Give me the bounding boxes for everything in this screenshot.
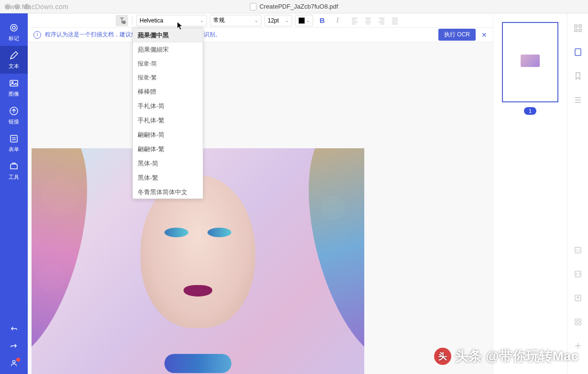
font-option[interactable]: 手札体-简	[133, 99, 203, 113]
document-title: CreatePDF_JaZcb7fuO8.pdf	[250, 3, 338, 11]
font-family-select[interactable]: Helvetica ⌄	[136, 15, 207, 26]
text-toolbar: Helvetica ⌄ 常规 ⌄ 12pt ⌄ ⌄ B I	[28, 13, 493, 28]
font-option[interactable]: 翩翩体-简	[133, 128, 203, 142]
svg-rect-8	[575, 25, 577, 27]
redo-icon[interactable]	[10, 341, 18, 350]
svg-text:1:1: 1:1	[576, 249, 580, 252]
sidebar-item-form[interactable]: 表单	[0, 129, 28, 157]
channel-watermark: 头 头条 @带你玩转Mac	[434, 347, 578, 365]
color-swatch-icon	[298, 17, 305, 24]
sidebar-label: 文本	[9, 63, 19, 70]
font-option[interactable]: 蘋果儷中黑	[133, 28, 203, 43]
align-justify-button[interactable]	[389, 15, 401, 26]
right-rail: 1:1	[567, 13, 588, 374]
fit-width-button[interactable]: 1:1	[573, 245, 583, 255]
avatar-icon: 头	[434, 348, 451, 365]
svg-point-1	[12, 26, 15, 29]
page-number-badge: 1	[524, 107, 536, 115]
italic-button[interactable]: I	[331, 15, 344, 26]
sidebar-label: 链接	[9, 118, 19, 125]
sidebar-label: 工具	[9, 174, 19, 181]
export-button[interactable]	[573, 293, 583, 303]
filename-label: CreatePDF_JaZcb7fuO8.pdf	[260, 3, 338, 10]
font-style-select[interactable]: 常规 ⌄	[210, 15, 261, 26]
svg-rect-10	[575, 29, 577, 32]
site-watermark: www.MacDown.com	[5, 3, 69, 11]
watermark-handle: @带你玩转Mac	[486, 347, 578, 365]
thumbnail-panel: 1	[493, 13, 567, 374]
svg-rect-12	[575, 49, 581, 55]
file-icon	[250, 3, 257, 11]
toolbox-icon	[9, 161, 19, 172]
font-option[interactable]: 黑体-繁	[133, 171, 203, 185]
sidebar-item-tools[interactable]: 工具	[0, 157, 28, 185]
sidebar-label: 图像	[9, 90, 19, 98]
send-icon	[9, 106, 19, 116]
image-icon	[9, 78, 19, 88]
undo-icon[interactable]	[10, 324, 18, 333]
user-icon[interactable]	[10, 359, 18, 367]
document-canvas[interactable]	[28, 42, 493, 374]
svg-point-3	[12, 81, 13, 83]
sidebar-item-image[interactable]: 图像	[0, 74, 28, 101]
font-dropdown-menu[interactable]: 蘋果儷中黑 蘋果儷細宋 报隶-简 报隶-繁 棒棒體 手札体-简 手札体-繁 翩翩…	[132, 28, 203, 199]
sidebar-label: 标记	[9, 35, 19, 42]
info-icon: i	[33, 31, 41, 39]
font-option[interactable]: 报隶-繁	[133, 71, 203, 85]
grid-view-button[interactable]	[573, 23, 583, 33]
run-ocr-button[interactable]: 执行 OCR	[438, 29, 476, 41]
font-option[interactable]: 蘋果儷細宋	[133, 43, 203, 57]
font-option[interactable]: 手札体-繁	[133, 113, 203, 128]
font-option[interactable]: 报隶-简	[133, 57, 203, 71]
align-right-button[interactable]	[375, 15, 388, 26]
title-bar: www.MacDown.com CreatePDF_JaZcb7fuO8.pdf	[0, 0, 588, 13]
search-page-button[interactable]	[573, 317, 583, 327]
font-option[interactable]: 冬青黑体简体中文	[133, 185, 203, 199]
svg-rect-11	[579, 29, 581, 32]
svg-point-0	[11, 24, 17, 31]
bold-button[interactable]: B	[316, 15, 328, 26]
sidebar-item-markup[interactable]: 标记	[0, 18, 28, 46]
notice-text-tail: 识别。	[204, 31, 221, 39]
main-area: Helvetica ⌄ 常规 ⌄ 12pt ⌄ ⌄ B I	[28, 13, 493, 374]
align-left-button[interactable]	[348, 15, 361, 26]
watermark-prefix: 头条	[455, 347, 482, 365]
font-style-value: 常规	[213, 16, 225, 24]
sidebar-item-link[interactable]: 链接	[0, 101, 28, 129]
chevron-down-icon: ⌄	[306, 18, 310, 23]
chevron-down-icon: ⌄	[254, 18, 258, 23]
font-color-select[interactable]: ⌄	[295, 15, 313, 26]
target-icon	[9, 22, 19, 33]
svg-rect-17	[575, 319, 581, 325]
font-option[interactable]: 翩翩体-繁	[133, 142, 203, 156]
left-sidebar: 标记 文本 图像 链接 表单	[0, 13, 28, 374]
sidebar-item-text[interactable]: 文本	[0, 46, 28, 74]
bookmark-button[interactable]	[573, 71, 583, 81]
align-center-button[interactable]	[362, 15, 374, 26]
font-size-value: 12pt	[268, 17, 279, 24]
font-option[interactable]: 棒棒體	[133, 85, 203, 99]
pencil-icon	[9, 50, 19, 61]
form-icon	[9, 133, 19, 144]
svg-rect-2	[10, 80, 18, 86]
ocr-notice-bar: i 程序认为这是一个扫描文档，建议您 识别。 执行 OCR ✕	[28, 28, 493, 42]
svg-point-18	[577, 320, 579, 323]
svg-point-6	[12, 361, 15, 363]
svg-rect-5	[11, 135, 17, 142]
page-thumbnail[interactable]	[502, 22, 558, 102]
thumbnail-view-button[interactable]	[573, 47, 583, 57]
font-size-select[interactable]: 12pt ⌄	[264, 15, 292, 26]
svg-rect-9	[579, 25, 581, 27]
sidebar-label: 表单	[9, 146, 19, 153]
chevron-down-icon: ⌄	[285, 18, 289, 23]
font-option[interactable]: 黑体-简	[133, 156, 203, 171]
chevron-down-icon: ⌄	[200, 18, 204, 23]
add-text-button[interactable]	[116, 15, 128, 26]
thumbnail-preview-icon	[521, 55, 540, 67]
font-family-value: Helvetica	[140, 17, 163, 24]
notice-text: 程序认为这是一个扫描文档，建议您	[45, 31, 137, 39]
code-button[interactable]	[573, 269, 583, 279]
outline-button[interactable]	[573, 95, 583, 105]
close-notice-button[interactable]: ✕	[481, 31, 487, 39]
